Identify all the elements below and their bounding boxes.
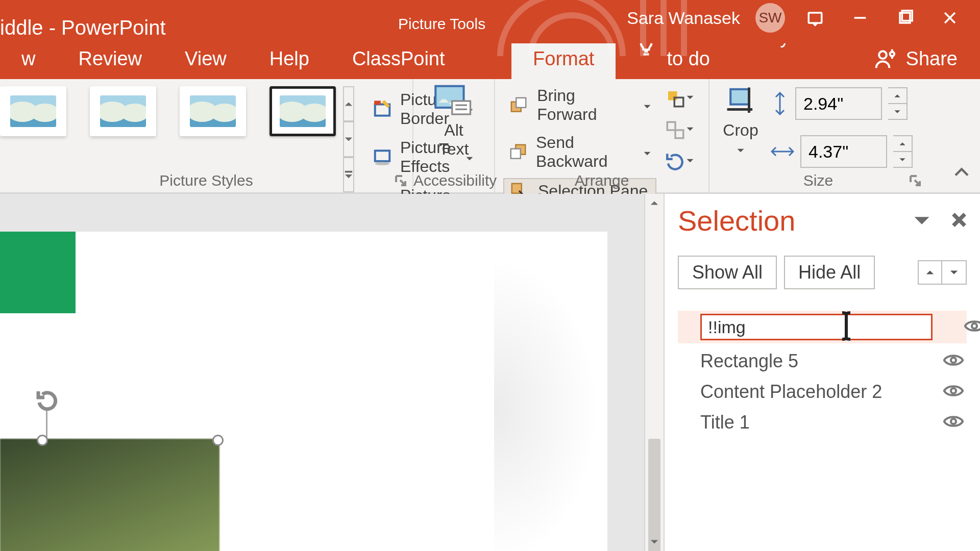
group-label: Arrange <box>495 172 708 189</box>
green-rectangle-shape[interactable] <box>0 232 76 313</box>
title-bar: iddle - PowerPoint Picture Tools Sara Wa… <box>0 0 980 43</box>
tab-review[interactable]: Review <box>57 40 163 79</box>
selection-item[interactable]: Title 1 <box>678 410 967 435</box>
slide-torn-edge <box>494 232 617 551</box>
selection-pane: Selection Show All Hide All Rectangle 5 <box>664 194 980 551</box>
rotate-connector <box>46 410 47 440</box>
tab-view[interactable]: View <box>163 40 248 79</box>
send-backward-button[interactable]: Send Backward <box>503 131 656 173</box>
selection-handle[interactable] <box>37 435 48 446</box>
visibility-toggle[interactable] <box>964 319 980 335</box>
width-input[interactable]: 4.37" <box>800 135 887 168</box>
picture-style-thumb[interactable] <box>90 86 156 136</box>
svg-point-16 <box>375 162 390 165</box>
group-objects-button[interactable] <box>665 119 694 141</box>
alt-text-label-2: Text <box>439 140 469 159</box>
ribbon: Picture Border Picture Effects Picture L… <box>0 79 980 194</box>
svg-point-38 <box>951 419 956 424</box>
width-input-row: 4.37" <box>771 135 913 168</box>
height-spinner[interactable] <box>888 87 908 120</box>
dialog-launcher[interactable] <box>910 175 922 187</box>
tab-help[interactable]: Help <box>248 40 331 79</box>
ribbon-display-options-button[interactable] <box>800 3 830 33</box>
send-backward-icon <box>508 141 528 163</box>
bring-forward-icon <box>508 94 529 116</box>
slide-canvas[interactable] <box>0 194 644 551</box>
alt-text-button[interactable]: Alt Text <box>434 84 474 159</box>
crop-icon <box>721 84 761 118</box>
svg-rect-24 <box>516 98 526 108</box>
rotate-button[interactable] <box>665 151 694 173</box>
height-icon <box>771 92 789 115</box>
alt-text-label-1: Alt <box>444 121 463 140</box>
tab-partial-w[interactable]: w <box>0 40 57 79</box>
share-button[interactable]: Share <box>874 47 980 79</box>
picture-style-thumb[interactable] <box>180 86 246 136</box>
svg-rect-15 <box>375 151 390 161</box>
workspace: Selection Show All Hide All Rectangle 5 <box>0 194 980 551</box>
visibility-toggle[interactable] <box>943 412 964 433</box>
height-input[interactable]: 2.94" <box>795 87 882 120</box>
rename-input[interactable] <box>700 314 933 340</box>
show-all-button[interactable]: Show All <box>678 256 777 289</box>
svg-point-36 <box>951 358 956 363</box>
selection-item-label: Title 1 <box>700 412 750 433</box>
spinner-down[interactable] <box>888 104 906 119</box>
maximize-button[interactable] <box>890 3 920 33</box>
gallery-scroll-down[interactable] <box>343 121 354 157</box>
share-icon <box>874 47 897 70</box>
selection-handle[interactable] <box>212 435 224 446</box>
group-label: Size <box>709 172 927 189</box>
svg-rect-30 <box>667 122 675 130</box>
group-size: Crop 2.94" 4.37" Size <box>709 79 927 192</box>
reorder-down-button[interactable] <box>942 260 967 285</box>
selected-picture[interactable] <box>0 439 219 551</box>
crop-label: Crop <box>723 121 758 140</box>
align-button[interactable] <box>665 87 694 110</box>
visibility-toggle[interactable] <box>943 350 964 372</box>
svg-point-10 <box>890 52 894 56</box>
text-cursor-icon <box>840 311 853 343</box>
selection-item[interactable]: Content Placeholder 2 <box>678 379 967 405</box>
close-button[interactable] <box>935 3 965 33</box>
selection-item[interactable]: Rectangle 5 <box>678 348 967 374</box>
dialog-launcher[interactable] <box>395 175 407 187</box>
spinner-up[interactable] <box>888 88 906 104</box>
height-input-row: 2.94" <box>771 87 913 120</box>
svg-rect-31 <box>675 130 683 138</box>
collapse-ribbon-button[interactable] <box>952 164 971 184</box>
close-pane-button[interactable] <box>951 212 967 230</box>
vertical-scrollbar[interactable] <box>644 194 664 551</box>
svg-rect-3 <box>808 13 822 23</box>
hide-all-button[interactable]: Hide All <box>784 256 875 289</box>
picture-style-thumb[interactable] <box>0 86 66 136</box>
group-picture-styles: Picture Border Picture Effects Picture L… <box>0 79 413 192</box>
spinner-up[interactable] <box>893 136 912 152</box>
svg-rect-28 <box>668 91 677 101</box>
width-spinner[interactable] <box>893 135 913 168</box>
context-tab-title: Picture Tools <box>398 0 485 33</box>
reorder-up-button[interactable] <box>918 260 942 285</box>
selection-item-label: Content Placeholder 2 <box>700 381 882 403</box>
scroll-down-button[interactable] <box>645 533 664 551</box>
svg-point-9 <box>879 51 887 59</box>
selection-list: Rectangle 5 Content Placeholder 2 Title … <box>678 311 967 435</box>
minimize-button[interactable] <box>845 3 875 33</box>
user-avatar[interactable]: SW <box>755 3 785 33</box>
selection-pane-title: Selection <box>678 204 795 237</box>
gallery-scroll-up[interactable] <box>343 86 354 121</box>
rotate-handle[interactable] <box>35 388 60 413</box>
document-title: iddle - PowerPoint <box>0 0 166 39</box>
chevron-down-icon <box>643 96 651 115</box>
send-backward-label: Send Backward <box>536 133 635 171</box>
visibility-toggle[interactable] <box>943 381 964 403</box>
width-icon <box>771 142 794 161</box>
picture-style-thumb-selected[interactable] <box>270 86 336 136</box>
pane-options-button[interactable] <box>915 213 929 229</box>
scroll-up-button[interactable] <box>645 194 664 212</box>
group-arrange: Bring Forward Send Backward Selection Pa… <box>495 79 709 192</box>
user-name: Sara Wanasek <box>627 8 740 28</box>
bring-forward-button[interactable]: Bring Forward <box>503 84 656 126</box>
spinner-down[interactable] <box>893 152 912 167</box>
svg-rect-26 <box>511 149 521 159</box>
